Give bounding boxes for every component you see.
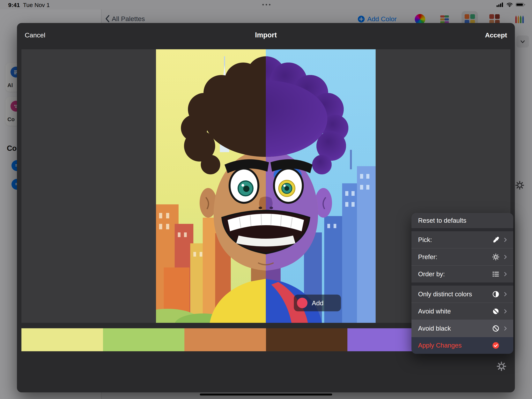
accept-button[interactable]: Accept xyxy=(485,31,507,39)
menu-item-label: Pick: xyxy=(418,236,432,244)
imported-artwork-image[interactable] xyxy=(156,49,376,323)
picked-color-dot xyxy=(297,298,307,308)
menu-item-label: Apply Changes xyxy=(418,342,462,349)
menu-item-label: Avoid black xyxy=(418,325,451,332)
import-options-menu: Reset to defaults Pick: Prefer: Order by… xyxy=(412,213,513,354)
check-circle-icon xyxy=(492,341,500,349)
menu-item-reset-defaults[interactable]: Reset to defaults xyxy=(412,213,513,228)
chevron-right-icon xyxy=(502,291,508,297)
menu-item-label: Avoid white xyxy=(418,308,451,315)
chevron-right-icon xyxy=(502,271,508,277)
modal-header: Cancel Accept xyxy=(17,23,515,47)
chevron-right-icon xyxy=(502,237,508,243)
menu-item-label: Reset to defaults xyxy=(418,217,466,224)
chevron-right-icon xyxy=(502,326,508,331)
palette-swatch[interactable] xyxy=(21,328,103,351)
menu-group-separator xyxy=(412,228,513,231)
menu-item-prefer[interactable]: Prefer: xyxy=(412,248,513,265)
palette-swatch[interactable] xyxy=(184,328,266,351)
palette-swatch[interactable] xyxy=(266,328,348,351)
palette-swatch[interactable] xyxy=(103,328,185,351)
menu-item-only-distinct-colors[interactable]: Only distinct colors xyxy=(412,286,513,302)
menu-item-order-by[interactable]: Order by: xyxy=(412,265,513,283)
chevron-right-icon xyxy=(502,254,508,260)
import-settings-button[interactable] xyxy=(496,361,507,371)
slash-circle-outline-icon xyxy=(492,325,500,332)
menu-item-label: Prefer: xyxy=(418,253,437,261)
sun-icon xyxy=(492,253,500,261)
eyedropper-icon xyxy=(492,236,500,244)
menu-item-avoid-white[interactable]: Avoid white xyxy=(412,303,513,320)
contrast-icon xyxy=(492,290,500,298)
cancel-button[interactable]: Cancel xyxy=(25,31,45,39)
gear-icon xyxy=(496,361,507,371)
add-chip-label: Add xyxy=(312,299,324,307)
menu-group-separator xyxy=(412,283,513,286)
menu-item-label: Only distinct colors xyxy=(418,290,472,298)
slash-circle-filled-icon xyxy=(492,308,500,315)
add-color-chip[interactable]: Add xyxy=(294,295,341,311)
chevron-right-icon xyxy=(502,309,508,314)
menu-item-pick[interactable]: Pick: xyxy=(412,231,513,248)
menu-item-label: Order by: xyxy=(418,270,445,278)
ordered-list-icon xyxy=(492,270,500,278)
menu-item-avoid-black[interactable]: Avoid black xyxy=(412,320,513,337)
menu-item-apply-changes[interactable]: Apply Changes xyxy=(412,337,513,354)
